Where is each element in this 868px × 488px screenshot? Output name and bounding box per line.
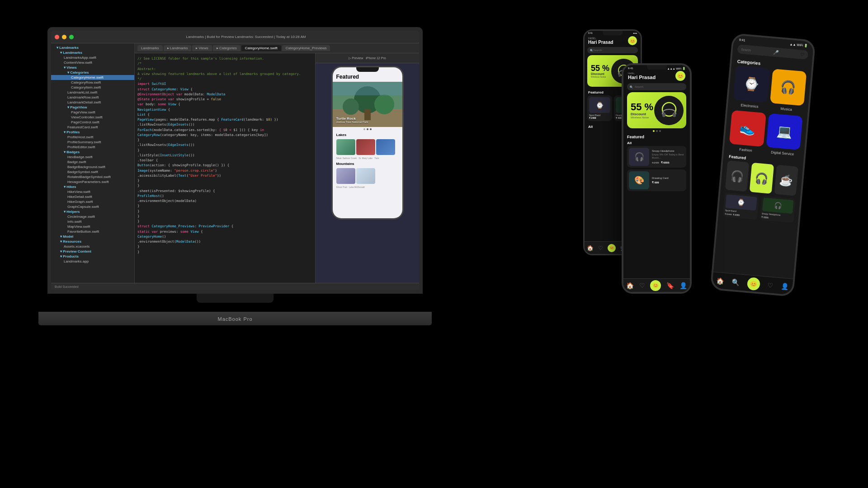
sidebar-item-content[interactable]: ContentView.swift	[51, 60, 134, 65]
sidebar-item-landmarkdetail[interactable]: LandmarkDetail.swift	[51, 100, 134, 105]
tab-views[interactable]: ▸ Views	[192, 45, 212, 51]
sidebar-item-circleimage[interactable]: CircleImage.swift	[51, 214, 134, 219]
sidebar-item-badgebg[interactable]: BadgeBackground.swift	[51, 164, 134, 169]
sidebar-item-hikedetail[interactable]: HikeDetail.swift	[51, 194, 134, 199]
tab-categories[interactable]: ▸ Categories	[213, 45, 241, 51]
center-nav-active-btn[interactable]: 😊	[650, 280, 661, 291]
sidebar-item-app[interactable]: LandmarksApp.swift	[51, 55, 134, 60]
sidebar-item-profilesummary[interactable]: ProfileSummary.swift	[51, 140, 134, 145]
sidebar-item-products[interactable]: ▾ Products	[51, 254, 134, 259]
product-price-1: ₹ 2499	[589, 117, 610, 119]
sidebar-item-profilehost[interactable]: ProfileHost.swift	[51, 135, 134, 140]
right-heart-icon[interactable]: ♡	[800, 52, 805, 57]
sidebar-item-categories[interactable]: ▾ Categories	[51, 70, 134, 75]
sidebar-item-landmarkrow[interactable]: LandmarkRow.swift	[51, 95, 134, 100]
sidebar-item-profiles[interactable]: ▾ Profiles	[51, 130, 134, 135]
right-grid-cell-electronics: ⌚ Electronics	[732, 66, 770, 110]
sidebar-item-assets[interactable]: Assets.xcassets	[51, 244, 134, 249]
phone-nav-home-icon[interactable]: 🏠	[587, 245, 594, 251]
sidebar-item-profileeditor[interactable]: ProfileEditor.swift	[51, 145, 134, 150]
svg-point-4	[343, 99, 359, 115]
right-category-fashion[interactable]: 👟	[729, 110, 766, 147]
close-button[interactable]	[55, 35, 59, 39]
sidebar-item-categoryhome[interactable]: CategoryHome.swift	[51, 75, 134, 80]
phone-nav-heart-icon[interactable]: ♡	[598, 245, 603, 251]
code-area[interactable]: // See LICENSE folder for this sample's …	[135, 53, 315, 283]
sidebar-item-rotatedbadge[interactable]: RotatedBadgeSymbol.swift	[51, 174, 134, 179]
sidebar-item-categoryitem[interactable]: CategoryItem.swift	[51, 85, 134, 90]
sidebar-item-mapview[interactable]: MapView.swift	[51, 224, 134, 229]
sidebar-item-badge[interactable]: Badge.swift	[51, 160, 134, 164]
xcode-sidebar: ▾ Landmarks ▾ Landmarks LandmarksApp.swi…	[51, 43, 135, 283]
right-product-card-2[interactable]: 🎧 Snopy Headphone ₹ 6555	[760, 196, 796, 223]
center-nav-bookmark[interactable]: 🔖	[666, 282, 674, 289]
center-search[interactable]: 🔍 Search	[627, 83, 686, 90]
right-product-img-1: ⌚	[725, 194, 757, 211]
right-nav-heart[interactable]: ♡	[767, 281, 774, 289]
center-product-row-2[interactable]: 🎨 Drawing Card ₹ 699	[627, 169, 686, 191]
phone-left-search[interactable]: 🔍 Search	[587, 47, 638, 53]
sidebar-item-landmarklist[interactable]: LandmarkList.swift	[51, 90, 134, 95]
sidebar-item-resources[interactable]: ▾ Resources	[51, 239, 134, 244]
tab-categoryhome[interactable]: CategoryHome.swift	[241, 45, 281, 51]
center-nav-heart[interactable]: ♡	[639, 282, 645, 289]
phone-nav-active-icon[interactable]: 😊	[608, 244, 616, 252]
right-nav-active[interactable]: 😊	[746, 277, 760, 291]
sidebar-item-favoritebutton[interactable]: FavoriteButton.swift	[51, 229, 134, 234]
center-product-row-1[interactable]: 🎧 Snopy Headphone Enjoy 5% Off Today's B…	[627, 146, 686, 168]
sidebar-item-hexagonparams[interactable]: HexagonParameters.swift	[51, 179, 134, 184]
sidebar-item-featuredcard[interactable]: FeaturedCard.swift	[51, 125, 134, 130]
center-nav-person[interactable]: 👤	[679, 282, 687, 289]
right-nav-search[interactable]: 🔍	[731, 278, 740, 286]
phone-left-avatar[interactable]: 😊	[628, 36, 637, 45]
right-mic-icon[interactable]: 🎤	[773, 50, 778, 55]
right-featured-2[interactable]: 🎧	[750, 163, 774, 194]
musica-label: Musica	[769, 104, 803, 113]
preview-title: Featured	[333, 72, 402, 82]
sidebar-item-info[interactable]: Info.swift	[51, 219, 134, 224]
tab-landmarks[interactable]: Landmarks	[137, 45, 163, 51]
right-nav-person[interactable]: 👤	[781, 282, 789, 290]
sidebar-item-views[interactable]: ▾ Views	[51, 65, 134, 70]
minimize-button[interactable]	[62, 35, 66, 39]
center-product-img-2: 🎨	[629, 171, 649, 189]
sidebar-item-categoryrow[interactable]: CategoryRow.swift	[51, 80, 134, 85]
right-category-electronics[interactable]: ⌚	[733, 66, 770, 103]
tab-landmarks2[interactable]: ▸ Landmarks	[164, 45, 192, 51]
preview-mountains-grid	[333, 167, 402, 185]
tab-categoryhome-preview[interactable]: CategoryHome_Previews	[282, 45, 330, 51]
right-category-digital[interactable]: 💻	[766, 113, 803, 150]
center-prod-prices-1: ₹ 2499 ₹ 6555	[652, 161, 684, 164]
sidebar-item-pageview[interactable]: ▾ PageView	[51, 105, 134, 110]
sidebar-item-badgesymbol[interactable]: BadgeSymbol.swift	[51, 169, 134, 174]
sidebar-item-pageview-swift[interactable]: PageView.swift	[51, 110, 134, 115]
sidebar-item-landmarks[interactable]: ▾ Landmarks	[51, 50, 134, 55]
sidebar-item-hikeview[interactable]: HikeView.swift	[51, 189, 134, 194]
sidebar-item-viewcontroller[interactable]: ViewController.swift	[51, 115, 134, 120]
right-product-card-1[interactable]: ⌚ Sport Band ₹ 2499 ₹ 4095	[723, 192, 759, 220]
preview-pane: ▷ Preview iPhone 12 Pro Featured	[315, 53, 419, 283]
sidebar-item-hikegraph[interactable]: HikeGraph.swift	[51, 199, 134, 204]
maximize-button[interactable]	[69, 35, 74, 39]
right-featured-1[interactable]: 🎧	[725, 160, 750, 192]
sidebar-item-pagecontrol[interactable]: PageControl.swift	[51, 120, 134, 125]
sidebar-item-landmarks-root[interactable]: ▾ Landmarks	[51, 45, 134, 50]
center-avatar[interactable]: 😊	[675, 71, 685, 81]
right-featured-3[interactable]: ☕	[774, 165, 798, 196]
center-nav-home[interactable]: 🏠	[626, 282, 634, 289]
sidebar-item-badges[interactable]: ▾ Badges	[51, 150, 134, 155]
sidebar-item-previewcontent[interactable]: ▾ Preview Content	[51, 249, 134, 254]
right-nav-home[interactable]: 🏠	[716, 277, 724, 285]
phone-product-1[interactable]: ⌚ Sport Band ₹ 2499	[587, 95, 612, 121]
sidebar-item-hexbadge[interactable]: HexBadge.swift	[51, 155, 134, 160]
center-price-new-1: ₹ 6555	[661, 161, 670, 164]
sidebar-item-helpers[interactable]: ▾ Helpers	[51, 209, 134, 214]
sidebar-item-hikes[interactable]: ▾ Hikes	[51, 184, 134, 189]
sidebar-item-landmarksapp[interactable]: Landmarks.app	[51, 259, 134, 264]
preview-lakes-label: Lakes	[333, 131, 402, 138]
right-category-musica[interactable]: 🎧	[770, 69, 807, 106]
dot-3	[659, 130, 661, 132]
sidebar-item-model[interactable]: ▾ Model	[51, 234, 134, 239]
sidebar-item-graphcapsule[interactable]: GraphCapsule.swift	[51, 204, 134, 209]
featured-icon-1: 🎧	[730, 169, 745, 183]
